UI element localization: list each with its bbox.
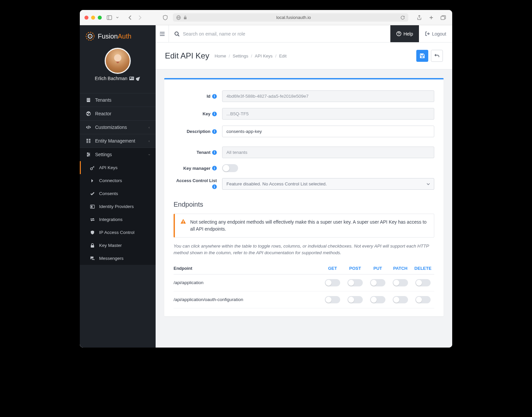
toggle-patch[interactable] xyxy=(393,279,408,286)
back-button[interactable] xyxy=(126,14,134,21)
sidebar-item-entity-management[interactable]: Entity Management ‹ xyxy=(80,134,156,148)
location-icon xyxy=(136,76,141,81)
search-input[interactable] xyxy=(183,31,385,37)
sidebar-label: Reactor xyxy=(95,111,111,116)
help-label: Help xyxy=(403,31,413,37)
info-icon[interactable]: i xyxy=(212,112,217,116)
acl-value: Feature disabled. No Access Control List… xyxy=(226,181,327,186)
toggle-patch[interactable] xyxy=(393,296,408,303)
browser-chrome: local.fusionauth.io xyxy=(80,10,452,25)
minimize-window-button[interactable] xyxy=(91,16,95,20)
crumb-settings[interactable]: Settings xyxy=(233,53,248,58)
tabs-button[interactable] xyxy=(439,14,448,21)
tenant-field xyxy=(222,147,434,158)
toggle-get[interactable] xyxy=(325,279,340,286)
toggle-delete[interactable] xyxy=(415,279,431,286)
maximize-window-button[interactable] xyxy=(98,16,102,20)
svg-rect-24 xyxy=(89,141,90,142)
info-icon[interactable]: i xyxy=(212,129,217,134)
endpoint-path: /api/application/oauth-configuration xyxy=(174,297,321,302)
col-patch[interactable]: PATCH xyxy=(389,266,412,271)
col-endpoint[interactable]: Endpoint xyxy=(174,266,321,271)
sidebar-submenu-settings: API Keys Connectors Consents Identity Pr… xyxy=(80,161,156,265)
url-bar[interactable]: local.fusionauth.io xyxy=(173,13,408,22)
code-icon xyxy=(86,125,91,130)
toggle-put[interactable] xyxy=(370,296,385,303)
sidebar-item-reactor[interactable]: Reactor xyxy=(80,107,156,120)
logout-button[interactable]: Logout xyxy=(419,25,452,42)
logout-icon xyxy=(425,31,430,36)
svg-rect-45 xyxy=(183,221,184,222)
endpoints-title: Endpoints xyxy=(164,193,444,212)
sidebar-item-key-master[interactable]: Key Master xyxy=(80,239,156,252)
crumb-api-keys[interactable]: API Keys xyxy=(255,53,272,58)
sidebar-item-identity-providers[interactable]: Identity Providers xyxy=(80,200,156,213)
svg-rect-17 xyxy=(87,100,88,101)
chevron-left-icon: ‹ xyxy=(149,139,150,143)
sidebar-toggle-button[interactable] xyxy=(105,14,114,21)
reload-icon[interactable] xyxy=(400,15,405,20)
endpoint-table: Endpoint GET POST PUT PATCH DELETE /api/… xyxy=(164,262,444,308)
sidebar-item-tenants[interactable]: Tenants xyxy=(80,93,156,107)
svg-point-32 xyxy=(87,156,88,156)
sidebar-item-customizations[interactable]: Customizations ‹ xyxy=(80,120,156,134)
help-button[interactable]: Help xyxy=(390,25,419,42)
label-tenant: Tenanti xyxy=(174,150,217,155)
table-header: Endpoint GET POST PUT PATCH DELETE xyxy=(174,262,434,274)
col-delete[interactable]: DELETE xyxy=(412,266,434,271)
main-content: Help Logout Edit API Key Home / Settings… xyxy=(156,25,452,348)
sidebar-item-ip-access-control[interactable]: IP Access Control xyxy=(80,226,156,239)
info-icon[interactable]: i xyxy=(212,166,217,170)
info-icon[interactable]: i xyxy=(212,150,217,155)
key-manager-toggle[interactable] xyxy=(222,164,238,172)
col-put[interactable]: PUT xyxy=(366,266,389,271)
toggle-put[interactable] xyxy=(370,279,385,286)
chat-icon xyxy=(90,256,95,261)
chevron-down-icon[interactable] xyxy=(115,14,120,21)
info-icon[interactable]: i xyxy=(212,94,217,99)
acl-select[interactable]: Feature disabled. No Access Control List… xyxy=(222,178,434,190)
description-field[interactable] xyxy=(222,126,434,137)
crumb-home[interactable]: Home xyxy=(214,53,226,58)
chevron-down-icon: ‹ xyxy=(147,154,151,155)
table-row[interactable]: /api/application xyxy=(174,274,434,291)
svg-rect-25 xyxy=(86,142,88,143)
col-post[interactable]: POST xyxy=(344,266,366,271)
new-tab-button[interactable] xyxy=(427,14,436,21)
url-text: local.fusionauth.io xyxy=(190,15,398,20)
sidebar-item-api-keys[interactable]: API Keys xyxy=(80,161,156,174)
back-button[interactable] xyxy=(431,50,443,62)
sidebar-item-consents[interactable]: Consents xyxy=(80,187,156,200)
close-window-button[interactable] xyxy=(84,16,88,20)
sidebar-item-messengers[interactable]: Messengers xyxy=(80,252,156,265)
toggle-get[interactable] xyxy=(325,296,340,303)
svg-rect-14 xyxy=(87,98,90,102)
svg-point-9 xyxy=(89,36,91,37)
save-button[interactable] xyxy=(416,50,428,62)
sidebar-label: Consents xyxy=(99,191,118,196)
logo: FusionAuth xyxy=(80,25,156,45)
svg-rect-16 xyxy=(89,99,89,99)
warning-alert: Not selecting any endpoint methods will … xyxy=(174,214,434,238)
share-button[interactable] xyxy=(415,14,424,21)
sidebar-item-settings[interactable]: Settings ‹ xyxy=(80,148,156,161)
svg-point-30 xyxy=(87,153,88,154)
forward-button[interactable] xyxy=(136,14,144,21)
toggle-post[interactable] xyxy=(347,296,363,303)
sidebar-label: Integrations xyxy=(99,217,123,222)
info-icon[interactable]: i xyxy=(212,184,217,189)
radiation-icon xyxy=(86,111,91,116)
svg-rect-0 xyxy=(107,16,112,20)
shield-icon[interactable] xyxy=(161,14,170,21)
table-row[interactable]: /api/application/oauth-configuration xyxy=(174,291,434,308)
traffic-lights xyxy=(84,16,102,20)
collapse-sidebar-button[interactable] xyxy=(156,25,169,42)
logo-icon xyxy=(85,31,95,41)
sidebar-item-connectors[interactable]: Connectors xyxy=(80,174,156,187)
toggle-post[interactable] xyxy=(347,279,363,286)
col-get[interactable]: GET xyxy=(321,266,344,271)
key-icon xyxy=(90,165,95,170)
avatar[interactable] xyxy=(105,48,131,74)
sidebar-item-integrations[interactable]: Integrations xyxy=(80,213,156,226)
toggle-delete[interactable] xyxy=(415,296,431,303)
